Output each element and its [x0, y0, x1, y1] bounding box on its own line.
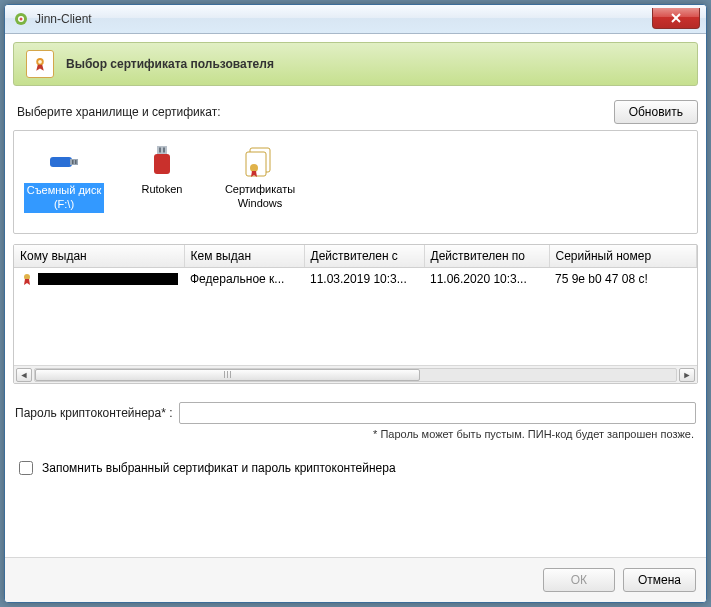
certificate-table: Кому выдан Кем выдан Действителен с Дейс… — [13, 244, 698, 384]
cell-valid-from: 11.03.2019 10:3... — [304, 268, 424, 292]
app-icon — [13, 11, 29, 27]
password-label: Пароль криптоконтейнера* : — [15, 406, 173, 420]
horizontal-scrollbar[interactable]: ◄ ► — [14, 365, 697, 383]
windows-certs-icon — [238, 143, 282, 179]
close-button[interactable] — [652, 8, 700, 29]
content-area: Выбор сертификата пользователя Выберите … — [5, 34, 706, 557]
table-header-row[interactable]: Кому выдан Кем выдан Действителен с Дейс… — [14, 245, 697, 268]
password-input[interactable] — [179, 402, 696, 424]
storage-item-removable-disk[interactable]: Съемный диск (F:\) — [22, 139, 106, 217]
svg-rect-13 — [159, 148, 161, 153]
usb-disk-icon — [42, 143, 86, 179]
password-hint: * Пароль может быть пустым. ПИН-код буде… — [13, 428, 698, 440]
footer: ОК Отмена — [5, 557, 706, 602]
cell-issued-by: Федеральное к... — [184, 268, 304, 292]
cell-issued-to — [38, 273, 178, 285]
col-valid-to[interactable]: Действителен по — [424, 245, 549, 268]
svg-rect-12 — [154, 154, 170, 174]
ok-button[interactable]: ОК — [543, 568, 615, 592]
svg-rect-11 — [157, 146, 167, 154]
col-serial[interactable]: Серийный номер — [549, 245, 697, 268]
cell-serial: 75 9e b0 47 08 c! — [549, 268, 697, 292]
storage-list[interactable]: Съемный диск (F:\) Rutoken Сертификаты W… — [13, 130, 698, 234]
remember-row: Запомнить выбранный сертификат и пароль … — [13, 458, 698, 478]
remember-label: Запомнить выбранный сертификат и пароль … — [42, 461, 396, 475]
storage-item-label: Rutoken — [142, 183, 183, 197]
svg-point-6 — [38, 60, 42, 64]
header-banner: Выбор сертификата пользователя — [13, 42, 698, 86]
storage-item-label: Сертификаты Windows — [220, 183, 300, 211]
certificate-icon — [26, 50, 54, 78]
storage-item-label: Съемный диск (F:\) — [24, 183, 104, 213]
banner-title: Выбор сертификата пользователя — [66, 57, 274, 71]
rutoken-icon — [140, 143, 184, 179]
table-row[interactable]: Федеральное к... 11.03.2019 10:3... 11.0… — [14, 268, 697, 292]
svg-rect-8 — [70, 159, 78, 165]
refresh-button[interactable]: Обновить — [614, 100, 698, 124]
scroll-left-arrow[interactable]: ◄ — [16, 368, 32, 382]
storage-item-windows-certs[interactable]: Сертификаты Windows — [218, 139, 302, 215]
svg-rect-7 — [50, 157, 72, 167]
scroll-track[interactable] — [34, 368, 677, 382]
cancel-button[interactable]: Отмена — [623, 568, 696, 592]
svg-rect-9 — [72, 160, 74, 164]
body-area: Выберите хранилище и сертификат: Обновит… — [13, 96, 698, 549]
window-title: Jinn-Client — [35, 12, 652, 26]
scroll-thumb[interactable] — [35, 369, 420, 381]
storage-label: Выберите хранилище и сертификат: — [17, 105, 221, 119]
password-row: Пароль криптоконтейнера* : — [13, 402, 698, 424]
storage-item-rutoken[interactable]: Rutoken — [120, 139, 204, 201]
col-valid-from[interactable]: Действителен с — [304, 245, 424, 268]
svg-point-17 — [250, 164, 258, 172]
remember-checkbox[interactable] — [19, 461, 33, 475]
col-issued-by[interactable]: Кем выдан — [184, 245, 304, 268]
svg-rect-14 — [163, 148, 165, 153]
titlebar[interactable]: Jinn-Client — [5, 5, 706, 34]
svg-point-2 — [20, 18, 23, 21]
certificate-row-icon — [20, 272, 34, 286]
close-icon — [670, 13, 682, 23]
svg-rect-10 — [75, 160, 77, 164]
col-issued-to[interactable]: Кому выдан — [14, 245, 184, 268]
storage-row: Выберите хранилище и сертификат: Обновит… — [13, 100, 698, 130]
app-window: Jinn-Client Выбор сертификата пользовате… — [4, 4, 707, 603]
scroll-right-arrow[interactable]: ► — [679, 368, 695, 382]
cell-valid-to: 11.06.2020 10:3... — [424, 268, 549, 292]
